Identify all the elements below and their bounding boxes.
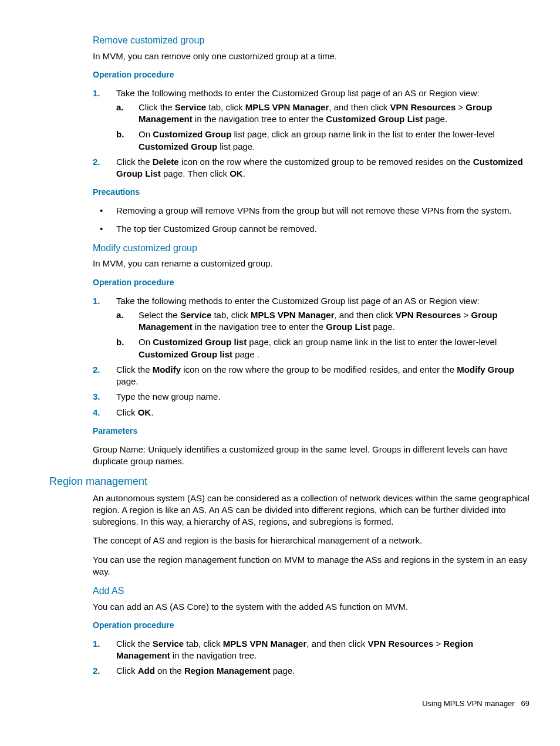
- list-marker: 1.: [93, 87, 100, 99]
- step-text: Take the following methods to enter the …: [116, 296, 480, 306]
- remove-steps: 1. Take the following methods to enter t…: [93, 87, 529, 180]
- list-marker: 2.: [93, 156, 100, 168]
- heading-region-management: Region management: [49, 474, 529, 488]
- step-text: Take the following methods to enter the …: [116, 88, 480, 98]
- list-marker: a.: [116, 309, 124, 321]
- parameters-text: Group Name: Uniquely identifies a custom…: [93, 444, 529, 468]
- intro-add-as: You can add an AS (AS Core) to the syste…: [93, 601, 529, 613]
- add-as-steps: 1. Click the Service tab, click MPLS VPN…: [93, 638, 529, 677]
- list-marker: b.: [116, 336, 124, 348]
- step-text: Click OK.: [116, 407, 153, 417]
- list-marker: 1.: [93, 295, 100, 307]
- precautions-heading: Precautions: [93, 187, 529, 198]
- step-text: Click the Modify icon on the row where t…: [116, 364, 514, 386]
- region-p2: The concept of AS and region is the basi…: [93, 535, 529, 546]
- list-marker: 1.: [93, 638, 100, 650]
- intro-remove: In MVM, you can remove only one customiz…: [93, 50, 529, 62]
- intro-modify: In MVM, you can rename a customized grou…: [93, 258, 529, 269]
- step-text: Type the new group name.: [116, 391, 221, 401]
- footer-text: Using MPLS VPN manager: [422, 699, 515, 708]
- step-text: On Customized Group list page, click an …: [139, 337, 497, 359]
- list-marker: 3.: [93, 391, 100, 403]
- step-text: Select the Service tab, click MPLS VPN M…: [139, 310, 498, 332]
- step-text: Click the Service tab, click MPLS VPN Ma…: [139, 102, 492, 124]
- list-marker: a.: [116, 102, 124, 113]
- list-marker: b.: [116, 129, 124, 140]
- op-procedure-heading: Operation procedure: [93, 69, 529, 80]
- region-p3: You can use the region management functi…: [93, 554, 529, 578]
- op-procedure-heading: Operation procedure: [93, 620, 529, 631]
- heading-modify-group: Modify customized group: [93, 242, 529, 255]
- heading-remove-group: Remove customized group: [93, 34, 529, 47]
- step-text: Click the Service tab, click MPLS VPN Ma…: [116, 639, 473, 660]
- heading-add-as: Add AS: [93, 585, 529, 598]
- step-text: Click the Delete icon on the row where t…: [116, 157, 523, 178]
- page-footer: Using MPLS VPN manager 69: [49, 698, 529, 709]
- op-procedure-heading: Operation procedure: [93, 277, 529, 288]
- list-item: The top tier Customized Group cannot be …: [93, 223, 529, 235]
- precautions-list: Removing a group will remove VPNs from t…: [93, 205, 529, 235]
- list-marker: 4.: [93, 407, 100, 418]
- step-text: On Customized Group list page, click an …: [139, 129, 495, 151]
- list-item: Removing a group will remove VPNs from t…: [93, 205, 529, 217]
- parameters-heading: Parameters: [93, 426, 529, 437]
- modify-steps: 1. Take the following methods to enter t…: [93, 295, 529, 418]
- list-marker: 2.: [93, 665, 100, 677]
- list-marker: 2.: [93, 364, 100, 376]
- page-number: 69: [521, 699, 529, 708]
- step-text: Click Add on the Region Management page.: [116, 666, 295, 676]
- region-p1: An autonomous system (AS) can be conside…: [93, 492, 529, 528]
